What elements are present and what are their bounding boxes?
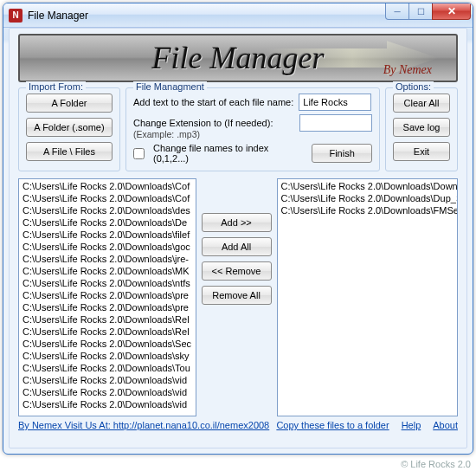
banner-subtitle: By Nemex — [383, 63, 432, 77]
client-area: File Manager By Nemex Import From: A Fol… — [9, 28, 467, 448]
target-file-list[interactable]: C:\Users\Life Rocks 2.0\Downloads\Downlo… — [277, 178, 458, 416]
list-item[interactable]: C:\Users\Life Rocks 2.0\Downloads\Tou — [21, 362, 194, 374]
banner: File Manager By Nemex — [18, 34, 458, 82]
import-folder-some-button[interactable]: A Folder (.some) — [26, 118, 113, 137]
help-link[interactable]: Help — [402, 420, 421, 430]
add-button[interactable]: Add >> — [202, 213, 272, 232]
list-item[interactable]: C:\Users\Life Rocks 2.0\Downloads\des — [21, 204, 194, 216]
window-title: File Manager — [28, 10, 88, 22]
list-item[interactable]: C:\Users\Life Rocks 2.0\Downloads\jre- — [21, 253, 194, 265]
minimize-button[interactable]: ─ — [385, 3, 409, 20]
source-file-list[interactable]: C:\Users\Life Rocks 2.0\Downloads\CofC:\… — [18, 178, 196, 416]
list-item[interactable]: C:\Users\Life Rocks 2.0\Downloads\pre — [21, 301, 194, 313]
prefix-label: Add text to the start of each file name: — [133, 97, 293, 107]
remove-all-button[interactable]: Remove All — [202, 286, 272, 305]
list-item[interactable]: C:\Users\Life Rocks 2.0\Downloads\goc — [21, 241, 194, 253]
list-item[interactable]: C:\Users\Life Rocks 2.0\Downloads\FMSetu — [280, 204, 455, 216]
list-item[interactable]: C:\Users\Life Rocks 2.0\Downloads\vid — [21, 374, 194, 386]
index-checkbox[interactable] — [133, 148, 145, 159]
maximize-button[interactable]: ☐ — [408, 3, 433, 20]
app-icon: N — [9, 9, 23, 23]
list-item[interactable]: C:\Users\Life Rocks 2.0\Downloads\vid — [21, 398, 194, 410]
finish-button[interactable]: Finish — [312, 144, 372, 163]
window-controls: ─ ☐ ✕ — [386, 3, 471, 20]
list-item[interactable]: C:\Users\Life Rocks 2.0\Downloads\ntfs — [21, 277, 194, 289]
titlebar[interactable]: N File Manager ─ ☐ ✕ — [3, 3, 473, 28]
close-button[interactable]: ✕ — [432, 3, 471, 20]
remove-button[interactable]: << Remove — [202, 261, 272, 281]
list-item[interactable]: C:\Users\Life Rocks 2.0\Downloads\vid — [21, 386, 194, 398]
list-item[interactable]: C:\Users\Life Rocks 2.0\Downloads\MK — [21, 265, 194, 277]
copy-to-folder-link[interactable]: Copy these files to a folder — [276, 420, 389, 430]
clear-all-button[interactable]: Clear All — [393, 94, 450, 113]
list-item[interactable]: C:\Users\Life Rocks 2.0\Downloads\Cof — [21, 192, 194, 204]
extension-label: Change Extension to (If needed): — [133, 118, 273, 128]
list-item[interactable]: C:\Users\Life Rocks 2.0\Downloads\pre — [21, 289, 194, 301]
list-item[interactable]: C:\Users\Life Rocks 2.0\Downloads\De — [21, 216, 194, 229]
list-item[interactable]: C:\Users\Life Rocks 2.0\Downloads\Dup_S — [280, 192, 455, 204]
import-from-group: Import From: A Folder A Folder (.some) A… — [18, 87, 120, 171]
save-log-button[interactable]: Save log — [393, 118, 450, 137]
prefix-input[interactable] — [299, 94, 371, 111]
transfer-buttons: Add >> Add All << Remove Remove All — [202, 178, 272, 416]
list-item[interactable]: C:\Users\Life Rocks 2.0\Downloads\Rel — [21, 313, 194, 326]
list-item[interactable]: C:\Users\Life Rocks 2.0\Downloads\Rel — [21, 326, 194, 338]
about-link[interactable]: About — [433, 420, 458, 430]
list-item[interactable]: C:\Users\Life Rocks 2.0\Downloads\Sec — [21, 338, 194, 350]
watermark: © Life Rocks 2.0 — [401, 459, 471, 469]
list-item[interactable]: C:\Users\Life Rocks 2.0\Downloads\Downlo — [280, 180, 455, 192]
visit-link[interactable]: By Nemex Visit Us At: http://planet.nana… — [18, 420, 269, 430]
add-all-button[interactable]: Add All — [202, 237, 272, 256]
options-group: Options: Clear All Save log Exit — [385, 87, 458, 171]
import-folder-button[interactable]: A Folder — [26, 94, 113, 113]
options-legend: Options: — [393, 81, 434, 92]
extension-input[interactable] — [299, 114, 372, 132]
exit-button[interactable]: Exit — [393, 142, 450, 161]
file-management-group: File Managment Add text to the start of … — [125, 87, 380, 171]
list-item[interactable]: C:\Users\Life Rocks 2.0\Downloads\filef — [21, 229, 194, 241]
banner-title: File Manager — [152, 40, 325, 76]
application-window: N File Manager ─ ☐ ✕ File Manager By Nem… — [3, 3, 473, 455]
list-item[interactable]: C:\Users\Life Rocks 2.0\Downloads\Cof — [21, 180, 194, 192]
import-file-files-button[interactable]: A File \ Files — [26, 142, 113, 161]
file-mgmt-legend: File Managment — [133, 81, 207, 92]
list-item[interactable]: C:\Users\Life Rocks 2.0\Downloads\sky — [21, 350, 194, 362]
import-legend: Import From: — [26, 81, 86, 92]
index-label: Change file names to index (0,1,2...) — [153, 143, 301, 164]
